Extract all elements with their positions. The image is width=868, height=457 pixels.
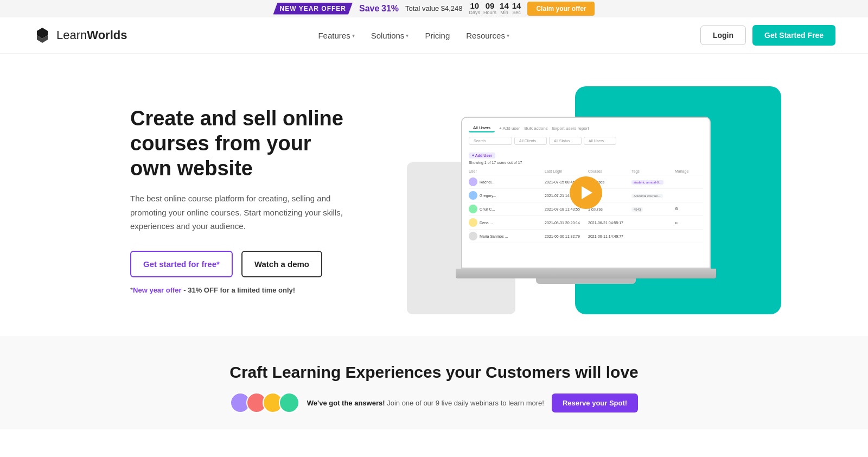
laptop-mockup: All Users + Add user Bulk actions Export… xyxy=(461,117,711,284)
screen-add-btn[interactable]: + Add User xyxy=(469,153,495,158)
screen-filter-clients[interactable]: All Clients xyxy=(514,137,547,145)
hero-description: The best online course platform for crea… xyxy=(130,192,358,233)
get-started-button[interactable]: Get Started Free xyxy=(752,25,835,46)
screen-filter-users[interactable]: All Users xyxy=(584,137,616,145)
table-row: Maria Saninos ... 2021-06-30 11:32:79 20… xyxy=(469,230,703,243)
screen-search[interactable]: Search xyxy=(469,137,512,145)
nav-item-features[interactable]: Features▾ xyxy=(318,31,354,40)
navbar: LearnWorlds Features▾ Solutions▾ Pricing… xyxy=(0,17,868,54)
reserve-spot-button[interactable]: Reserve your Spot! xyxy=(552,393,638,412)
screen-table-header: User Last Login Courses Tags Manage xyxy=(469,168,703,175)
screen-add-user[interactable]: + Add user xyxy=(499,126,520,131)
hero-note: *New year offer - 31% OFF for a limited … xyxy=(130,286,358,294)
claim-button[interactable]: Claim your offer xyxy=(527,2,595,16)
webinar-text: We've got the answers! Join one of our 9… xyxy=(307,399,544,407)
logo[interactable]: LearnWorlds xyxy=(33,26,127,45)
laptop-screen: All Users + Add user Bulk actions Export… xyxy=(461,117,711,269)
nav-actions: Login Get Started Free xyxy=(700,25,835,46)
banner-percent: 31% xyxy=(381,4,399,13)
watch-demo-button[interactable]: Watch a demo xyxy=(241,251,322,277)
craft-title: Craft Learning Experiences your Customer… xyxy=(33,363,835,382)
webinar-bar: We've got the answers! Join one of our 9… xyxy=(33,392,835,413)
hero-content: Create and sell online courses from your… xyxy=(130,106,358,294)
banner-badge: NEW YEAR OFFER xyxy=(273,3,353,15)
banner-value: Total value $4,248 xyxy=(405,4,463,12)
webinar-avatar-4 xyxy=(279,392,299,413)
screen-bulk-actions[interactable]: Bulk actions xyxy=(525,126,548,131)
countdown-min: 14 Min xyxy=(500,2,509,15)
top-banner: NEW YEAR OFFER Save 31% Total value $4,2… xyxy=(0,0,868,17)
hero-buttons: Get started for free* Watch a demo xyxy=(130,251,358,277)
hero-title: Create and sell online courses from your… xyxy=(130,106,358,181)
logo-text: LearnWorlds xyxy=(56,28,127,42)
play-icon xyxy=(582,186,592,199)
screen-tab-allusers: All Users xyxy=(469,124,495,132)
laptop-base xyxy=(456,269,716,278)
screen-export[interactable]: Export users report xyxy=(552,126,589,131)
get-started-free-button[interactable]: Get started for free* xyxy=(130,251,233,277)
login-button[interactable]: Login xyxy=(700,26,746,45)
webinar-avatars xyxy=(230,392,299,413)
screen-filter-status[interactable]: All Status xyxy=(549,137,582,145)
countdown-sec: 14 Sec xyxy=(512,2,521,15)
screen-showing: Showing 1 of 17 users out of 17 xyxy=(469,161,703,164)
play-button[interactable] xyxy=(570,176,602,209)
table-row: Dena ... 2021-08-31 20:20:14 2021-06-21 … xyxy=(469,216,703,230)
banner-save: Save 31% xyxy=(359,4,399,14)
countdown-hours: 09 Hours xyxy=(483,2,496,15)
nav-links: Features▾ Solutions▾ Pricing Resources▾ xyxy=(318,31,509,40)
hero-section: Create and sell online courses from your… xyxy=(54,54,814,336)
countdown-group: 10 Days 09 Hours 14 Min 14 Sec xyxy=(469,2,521,15)
hero-visual: All Users + Add user Bulk actions Export… xyxy=(391,86,781,314)
countdown-days: 10 Days xyxy=(469,2,481,15)
laptop-stand xyxy=(536,278,636,284)
nav-item-solutions[interactable]: Solutions▾ xyxy=(371,31,409,40)
craft-section: Craft Learning Experiences your Customer… xyxy=(0,336,868,429)
learnworlds-logo-icon xyxy=(33,26,52,45)
nav-item-resources[interactable]: Resources▾ xyxy=(466,31,509,40)
nav-item-pricing[interactable]: Pricing xyxy=(425,31,450,40)
new-year-offer-link[interactable]: New year offer xyxy=(133,286,182,294)
